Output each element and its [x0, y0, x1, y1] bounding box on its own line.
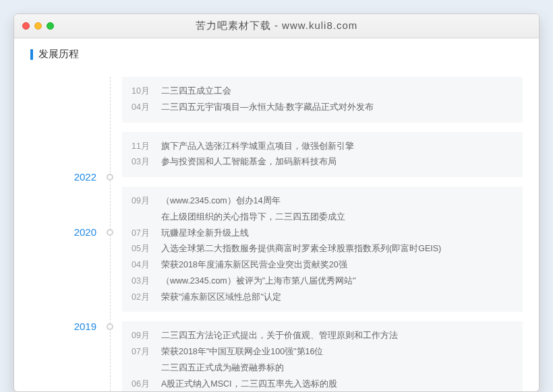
- event-text: 荣获2018年"中国互联网企业100强"第16位: [161, 344, 513, 360]
- event-month: 02月: [132, 290, 152, 306]
- event-row: 03月（www.2345.com）被评为"上海市第八届优秀网站": [132, 273, 513, 290]
- event-text: （www.2345.com）创办14周年: [161, 193, 513, 209]
- year-dot-icon: [107, 323, 113, 330]
- minimize-icon[interactable]: [34, 22, 42, 30]
- event-month: 09月: [132, 328, 152, 344]
- year-label: 2020: [74, 226, 96, 238]
- event-month: 11月: [132, 139, 152, 155]
- event-month: 05月: [132, 241, 152, 257]
- title-bar: 苦力吧素材下载 - www.kuli8.com: [14, 14, 539, 38]
- close-icon[interactable]: [22, 22, 30, 30]
- section-title: 发展历程: [38, 48, 79, 61]
- event-text: 二三四五成立工会: [161, 84, 513, 100]
- event-row: 07月玩赚星球全新升级上线: [132, 226, 513, 242]
- event-row: 02月荣获"浦东新区区域性总部"认定: [132, 290, 513, 306]
- event-month: 10月: [132, 84, 152, 100]
- event-row: 06月A股正式纳入MSCI，二三四五率先入选标的股: [132, 377, 513, 392]
- year-dot-icon: [107, 229, 113, 236]
- year-block: 09月二三四五方法论正式提出，关于价值观、管理原则和工作方法07月荣获2018年…: [122, 321, 523, 391]
- event-text: 入选全球第二大指数服务提供商富时罗素全球股票指数系列(即富时GEIS): [161, 241, 513, 257]
- year-dot-icon: [107, 174, 113, 181]
- traffic-lights: [14, 22, 54, 30]
- event-month: 03月: [132, 154, 152, 170]
- event-month: 09月: [132, 193, 152, 209]
- event-row: 00月二三四五正式成为融资融券标的: [132, 360, 513, 377]
- event-row: 04月二三四五元宇宙项目—永恒大陆·数字藏品正式对外发布: [132, 100, 513, 116]
- event-text: 二三四五方法论正式提出，关于价值观、管理原则和工作方法: [161, 328, 513, 344]
- section-header: 发展历程: [30, 48, 523, 61]
- event-text: 旗下产品入选张江科学城重点项目，做强创新引擎: [161, 139, 513, 155]
- year-block: 10月二三四五成立工会04月二三四五元宇宙项目—永恒大陆·数字藏品正式对外发布: [122, 77, 523, 123]
- year-block: 11月旗下产品入选张江科学城重点项目，做强创新引擎03月参与投资国和人工智能基金…: [122, 132, 523, 178]
- event-month: 07月: [132, 344, 152, 360]
- event-text: 荣获2018年度浦东新区民营企业突出贡献奖20强: [161, 257, 513, 273]
- event-month: 04月: [132, 257, 152, 273]
- window-title: 苦力吧素材下载 - www.kuli8.com: [14, 20, 539, 32]
- event-text: 在上级团组织的关心指导下，二三四五团委成立: [161, 209, 513, 226]
- event-row: 04月荣获2018年度浦东新区民营企业突出贡献奖20强: [132, 257, 513, 273]
- year-label: 2019: [74, 321, 96, 332]
- content-area: 发展历程 2022202020192018 10月二三四五成立工会04月二三四五…: [14, 38, 539, 391]
- event-row: 11月旗下产品入选张江科学城重点项目，做强创新引擎: [132, 139, 513, 155]
- event-text: 荣获"浦东新区区域性总部"认定: [161, 290, 513, 306]
- year-label: 2022: [74, 171, 96, 183]
- event-row: 00月在上级团组织的关心指导下，二三四五团委成立: [132, 209, 513, 226]
- event-row: 05月入选全球第二大指数服务提供商富时罗素全球股票指数系列(即富时GEIS): [132, 241, 513, 257]
- event-text: （www.2345.com）被评为"上海市第八届优秀网站": [161, 273, 513, 290]
- section-accent-bar: [30, 49, 33, 60]
- timeline-years-column: 2022202020192018: [30, 77, 111, 391]
- app-window: 苦力吧素材下载 - www.kuli8.com 发展历程 20222020201…: [13, 13, 540, 392]
- event-text: 二三四五正式成为融资融券标的: [161, 360, 513, 377]
- maximize-icon[interactable]: [47, 22, 54, 30]
- event-row: 07月荣获2018年"中国互联网企业100强"第16位: [132, 344, 513, 360]
- event-row: 09月（www.2345.com）创办14周年: [132, 193, 513, 209]
- year-block: 09月（www.2345.com）创办14周年00月在上级团组织的关心指导下，二…: [122, 187, 523, 312]
- event-month: 06月: [132, 377, 152, 392]
- event-row: 10月二三四五成立工会: [132, 84, 513, 100]
- event-text: A股正式纳入MSCI，二三四五率先入选标的股: [161, 377, 513, 392]
- event-text: 参与投资国和人工智能基金，加码新科技布局: [161, 154, 513, 170]
- event-text: 二三四五元宇宙项目—永恒大陆·数字藏品正式对外发布: [161, 100, 513, 116]
- event-month: 04月: [132, 100, 152, 116]
- event-row: 09月二三四五方法论正式提出，关于价值观、管理原则和工作方法: [132, 328, 513, 344]
- timeline: 2022202020192018 10月二三四五成立工会04月二三四五元宇宙项目…: [30, 77, 523, 391]
- timeline-events-column: 10月二三四五成立工会04月二三四五元宇宙项目—永恒大陆·数字藏品正式对外发布1…: [111, 77, 523, 391]
- event-month: 07月: [132, 226, 152, 242]
- event-month: 03月: [132, 273, 152, 290]
- event-text: 玩赚星球全新升级上线: [161, 226, 513, 242]
- event-row: 03月参与投资国和人工智能基金，加码新科技布局: [132, 154, 513, 170]
